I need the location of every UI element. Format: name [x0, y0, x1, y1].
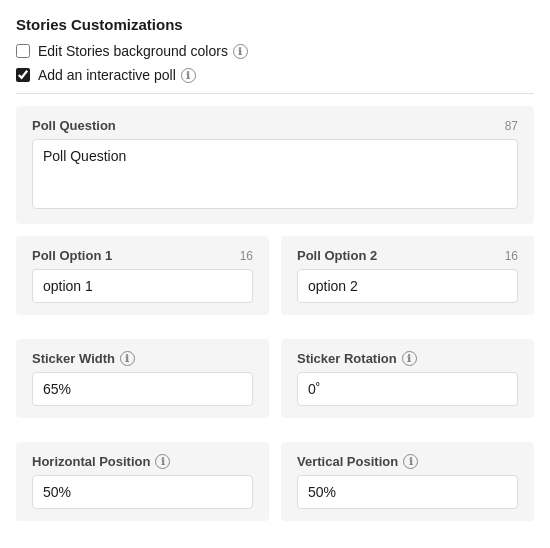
sticker-row: Sticker Width ℹ Sticker Rotation ℹ: [16, 339, 534, 430]
poll-question-header: Poll Question 87: [32, 118, 518, 133]
poll-option2-header: Poll Option 2 16: [297, 248, 518, 263]
position-row: Horizontal Position ℹ Vertical Position …: [16, 442, 534, 533]
poll-question-label: Poll Question: [32, 118, 116, 133]
poll-option2-group: Poll Option 2 16: [281, 236, 534, 315]
poll-question-group: Poll Question 87: [16, 106, 534, 224]
sticker-rotation-info-icon[interactable]: ℹ: [402, 351, 417, 366]
poll-options-row: Poll Option 1 16 Poll Option 2 16: [16, 236, 534, 327]
sticker-width-label: Sticker Width ℹ: [32, 351, 135, 366]
sticker-rotation-input[interactable]: [297, 372, 518, 406]
vertical-position-label: Vertical Position ℹ: [297, 454, 418, 469]
sticker-width-info-icon[interactable]: ℹ: [120, 351, 135, 366]
vertical-position-input[interactable]: [297, 475, 518, 509]
sticker-width-input[interactable]: [32, 372, 253, 406]
horizontal-position-info-icon[interactable]: ℹ: [155, 454, 170, 469]
poll-option1-group: Poll Option 1 16: [16, 236, 269, 315]
vertical-position-header: Vertical Position ℹ: [297, 454, 518, 469]
horizontal-position-input[interactable]: [32, 475, 253, 509]
divider: [16, 93, 534, 94]
sticker-rotation-label: Sticker Rotation ℹ: [297, 351, 417, 366]
poll-question-input[interactable]: [32, 139, 518, 209]
poll-row: Add an interactive poll ℹ: [16, 67, 534, 83]
poll-option2-label: Poll Option 2: [297, 248, 377, 263]
vertical-position-info-icon[interactable]: ℹ: [403, 454, 418, 469]
horizontal-position-label: Horizontal Position ℹ: [32, 454, 170, 469]
bg-colors-row: Edit Stories background colors ℹ: [16, 43, 534, 59]
poll-option1-header: Poll Option 1 16: [32, 248, 253, 263]
section-title: Stories Customizations: [16, 16, 534, 33]
poll-question-char-count: 87: [505, 119, 518, 133]
horizontal-position-header: Horizontal Position ℹ: [32, 454, 253, 469]
sticker-rotation-header: Sticker Rotation ℹ: [297, 351, 518, 366]
sticker-width-group: Sticker Width ℹ: [16, 339, 269, 418]
poll-info-icon[interactable]: ℹ: [181, 68, 196, 83]
poll-option2-char-count: 16: [505, 249, 518, 263]
poll-checkbox[interactable]: [16, 68, 30, 82]
bg-colors-label[interactable]: Edit Stories background colors ℹ: [38, 43, 248, 59]
poll-option1-char-count: 16: [240, 249, 253, 263]
horizontal-position-group: Horizontal Position ℹ: [16, 442, 269, 521]
bg-colors-info-icon[interactable]: ℹ: [233, 44, 248, 59]
poll-label[interactable]: Add an interactive poll ℹ: [38, 67, 196, 83]
vertical-position-group: Vertical Position ℹ: [281, 442, 534, 521]
poll-option1-label: Poll Option 1: [32, 248, 112, 263]
sticker-width-header: Sticker Width ℹ: [32, 351, 253, 366]
sticker-rotation-group: Sticker Rotation ℹ: [281, 339, 534, 418]
bg-colors-checkbox[interactable]: [16, 44, 30, 58]
poll-option1-input[interactable]: [32, 269, 253, 303]
poll-option2-input[interactable]: [297, 269, 518, 303]
